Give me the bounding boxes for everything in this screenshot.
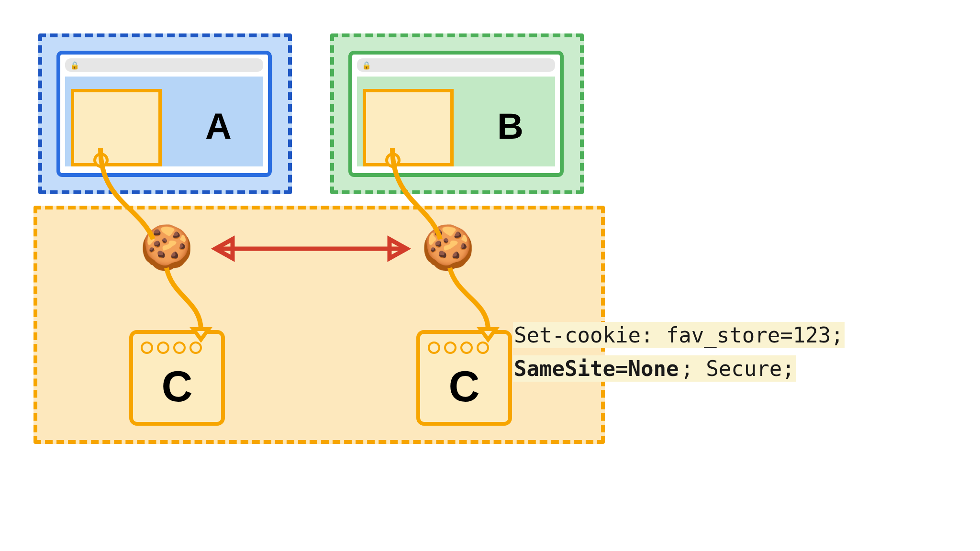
code-secure: ; Secure; <box>679 355 795 382</box>
browser-a-embed-port <box>93 153 109 168</box>
cookie-icon: 🍪 <box>421 226 475 269</box>
browser-b-body: B <box>357 77 555 166</box>
diagram-stage: 🔒 A 🔒 B C C S <box>0 0 980 551</box>
lock-icon: 🔒 <box>70 61 79 70</box>
browser-b-addressbar: 🔒 <box>357 58 555 72</box>
set-cookie-header: Set-cookie: fav_store=123; SameSite=None… <box>513 319 845 386</box>
browser-b: 🔒 B <box>348 51 564 177</box>
browser-a: 🔒 A <box>56 51 272 177</box>
code-line-1: Set-cookie: fav_store=123; <box>513 322 845 348</box>
cookie-icon: 🍪 <box>140 226 193 269</box>
browser-b-embed-c <box>363 89 454 166</box>
lock-icon: 🔒 <box>362 61 371 70</box>
server-c-right: C <box>416 330 512 426</box>
server-c-left-label: C <box>162 362 193 411</box>
server-dots-icon <box>428 342 508 356</box>
browser-b-embed-port <box>385 153 401 168</box>
browser-a-body: A <box>65 77 263 166</box>
server-c-right-label: C <box>449 362 480 411</box>
server-c-left: C <box>129 330 225 426</box>
code-samesite-none: SameSite=None <box>513 355 679 382</box>
server-dots-icon <box>141 342 221 356</box>
site-b-label: B <box>497 105 523 147</box>
browser-a-addressbar: 🔒 <box>65 58 263 72</box>
site-a-label: A <box>205 105 232 147</box>
browser-a-embed-c <box>71 89 162 166</box>
